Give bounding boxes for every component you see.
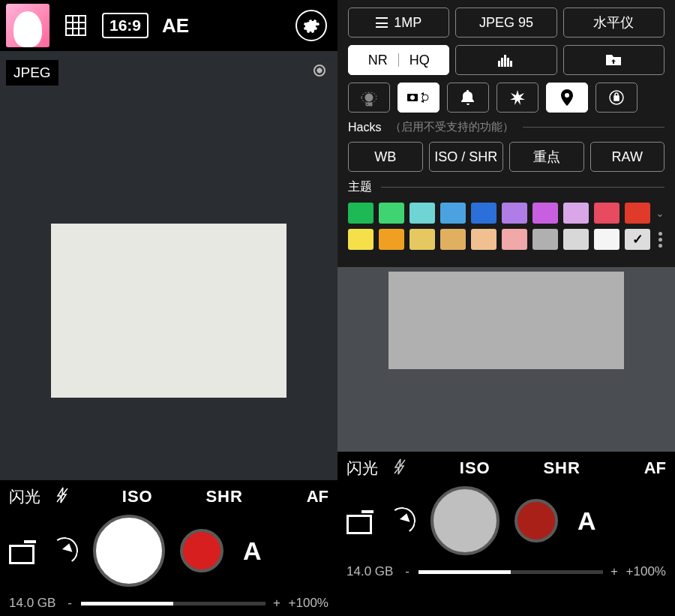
flash-off-icon[interactable] <box>393 458 406 479</box>
more-dots-icon[interactable] <box>658 232 664 248</box>
display-mode-icon[interactable] <box>346 510 374 531</box>
gallery-thumbnail[interactable] <box>6 4 50 47</box>
self-timer-icon[interactable] <box>51 537 78 564</box>
zoom-percent: +100% <box>284 596 328 611</box>
theme-swatch[interactable] <box>502 203 527 224</box>
shutter-button[interactable] <box>93 515 165 587</box>
iso-button[interactable]: ISO <box>460 458 490 478</box>
theme-title: 主题 <box>348 179 372 195</box>
svg-point-13 <box>410 95 415 100</box>
zoom-minus-button[interactable]: - <box>63 596 76 611</box>
theme-swatch[interactable] <box>594 203 620 224</box>
svg-rect-16 <box>614 96 619 101</box>
level-button[interactable]: 水平仪 <box>563 8 664 38</box>
autofocus-button[interactable]: AF <box>307 487 328 506</box>
svg-rect-10 <box>510 61 512 67</box>
raw-hack-button[interactable]: RAW <box>590 142 665 172</box>
theme-swatch[interactable] <box>625 203 650 224</box>
theme-swatch[interactable] <box>502 229 527 250</box>
resolution-value: 1MP <box>394 15 422 31</box>
histogram-button[interactable] <box>455 45 556 75</box>
hacks-subtitle: （启用不受支持的功能） <box>390 120 514 134</box>
hacks-section-header: Hacks （启用不受支持的功能） <box>348 120 664 134</box>
shutter-button[interactable] <box>430 486 500 555</box>
mode-auto-button[interactable]: A <box>578 506 596 536</box>
svg-rect-7 <box>501 58 503 67</box>
right-preview-area[interactable] <box>338 267 675 452</box>
theme-swatch[interactable] <box>532 203 558 224</box>
ae-button[interactable]: AE <box>162 14 189 38</box>
right-bottom-controls: 闪光 ISO SHR AF A 14.0 GB - + +100% <box>338 452 675 587</box>
swatch-row-2 <box>348 229 664 250</box>
svg-rect-8 <box>504 55 506 67</box>
top-toolbar: 16:9 AE <box>0 0 338 51</box>
shutter-speed-button[interactable]: SHR <box>206 487 242 506</box>
resolution-button[interactable]: 1MP <box>348 8 449 38</box>
right-preview-frame <box>388 272 624 369</box>
chevron-down-icon[interactable]: ⌄ <box>656 207 664 219</box>
theme-swatch[interactable] <box>379 203 404 224</box>
svg-rect-6 <box>498 61 500 67</box>
theme-swatch[interactable] <box>471 203 496 224</box>
wb-hack-button[interactable]: WB <box>348 142 423 172</box>
theme-swatch[interactable] <box>410 229 435 250</box>
aspect-ratio-button[interactable]: 16:9 <box>102 13 148 38</box>
nr-hq-button[interactable]: NR HQ <box>348 45 449 75</box>
grid-icon[interactable] <box>63 14 88 37</box>
storage-remaining: 14.0 GB <box>9 596 63 611</box>
notification-button[interactable] <box>447 83 489 113</box>
zoom-minus-button[interactable]: - <box>400 564 414 579</box>
divider <box>398 53 399 67</box>
theme-section-header: 主题 <box>348 179 664 195</box>
settings-panel: 1MP JPEG 95 水平仪 NR HQ OIS <box>338 0 675 267</box>
zoom-plus-button[interactable]: + <box>270 596 284 611</box>
focus-hack-button[interactable]: 重点 <box>509 142 584 172</box>
nr-label: NR <box>368 53 388 68</box>
iso-shr-hack-button[interactable]: ISO / SHR <box>429 142 504 172</box>
geotag-button[interactable] <box>546 83 588 113</box>
shutter-speed-button[interactable]: SHR <box>543 458 580 478</box>
zoom-slider[interactable] <box>418 570 603 574</box>
theme-swatch[interactable] <box>594 229 620 250</box>
swatch-row-1: ⌄ <box>348 203 664 224</box>
theme-swatch[interactable] <box>440 229 466 250</box>
zoom-percent: +100% <box>621 564 666 579</box>
theme-swatch[interactable] <box>563 203 589 224</box>
left-screen: 16:9 AE JPEG 闪光 ISO SHR AF A <box>0 0 338 616</box>
theme-swatch-selected[interactable] <box>625 229 650 250</box>
camera-sound-button[interactable] <box>398 83 440 113</box>
record-button[interactable] <box>180 529 224 572</box>
camera-preview-area[interactable]: JPEG <box>0 51 338 480</box>
svg-point-14 <box>422 95 428 101</box>
theme-swatch[interactable] <box>563 229 589 250</box>
svg-rect-9 <box>507 58 509 67</box>
theme-swatch[interactable] <box>348 203 374 224</box>
zoom-slider[interactable] <box>81 602 266 605</box>
theme-swatch[interactable] <box>379 229 404 250</box>
flash-label[interactable]: 闪光 <box>346 458 378 479</box>
zoom-plus-button[interactable]: + <box>608 564 621 579</box>
storage-remaining: 14.0 GB <box>346 564 400 579</box>
hacks-title: Hacks <box>348 121 381 134</box>
record-button[interactable] <box>514 499 558 542</box>
format-badge: JPEG <box>6 60 58 86</box>
theme-swatch[interactable] <box>471 229 496 250</box>
rotation-lock-button[interactable] <box>596 83 638 113</box>
save-location-button[interactable] <box>563 45 664 75</box>
menu-icon <box>376 17 388 28</box>
theme-swatch[interactable] <box>410 203 435 224</box>
display-mode-icon[interactable] <box>9 540 36 561</box>
stabilization-button[interactable]: OIS <box>348 83 390 113</box>
settings-gear-icon[interactable] <box>296 10 327 41</box>
autofocus-button[interactable]: AF <box>644 458 666 478</box>
theme-swatch[interactable] <box>440 203 466 224</box>
flash-off-icon[interactable] <box>56 487 69 507</box>
mode-auto-button[interactable]: A <box>243 536 262 566</box>
burst-button[interactable] <box>496 83 538 113</box>
self-timer-icon[interactable] <box>388 507 416 534</box>
jpeg-quality-button[interactable]: JPEG 95 <box>455 8 556 38</box>
theme-swatch[interactable] <box>532 229 558 250</box>
iso-button[interactable]: ISO <box>122 487 153 506</box>
theme-swatch[interactable] <box>348 229 374 250</box>
flash-label[interactable]: 闪光 <box>9 486 40 507</box>
